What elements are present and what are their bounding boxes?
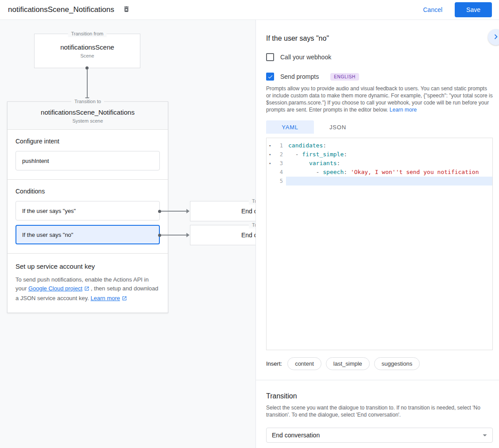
learn-more-link[interactable]: Learn more xyxy=(390,107,417,113)
line-number: 3 xyxy=(280,159,283,168)
transition-selected-value: End conversation xyxy=(272,432,320,439)
topbar-left: notificationsScene_Notifications xyxy=(8,4,132,16)
service-account-text: To send push notifications, enable the A… xyxy=(15,275,160,304)
code-line[interactable]: 4 - speech: 'Okay, I won''t send you not… xyxy=(267,168,492,177)
code-token: - xyxy=(288,169,323,175)
prompts-description: Prompts allow you to provide audio and v… xyxy=(266,85,493,113)
node-subtitle: Scene xyxy=(35,53,140,58)
call-webhook-checkbox[interactable] xyxy=(266,53,274,61)
condition-item[interactable]: If the user says "yes" xyxy=(15,201,160,220)
code-token: candidates xyxy=(288,142,323,149)
scene-diagram-canvas[interactable]: Transition from notificationsScene Scene… xyxy=(0,20,256,448)
connector-origin-dot xyxy=(85,66,89,70)
code-line[interactable]: ▾3 variants: xyxy=(267,159,492,168)
node-title: notificationsScene xyxy=(35,43,140,51)
delete-scene-button[interactable] xyxy=(121,4,132,16)
chevron-right-icon xyxy=(491,32,499,43)
line-gutter: 4 xyxy=(267,168,286,177)
insert-pill-content[interactable]: content xyxy=(287,357,321,370)
code-text xyxy=(286,177,492,185)
check-icon xyxy=(267,74,273,80)
condition-item-selected[interactable]: If the user says "no" xyxy=(15,225,160,244)
insert-pills: contentlast_simplesuggestions xyxy=(287,357,420,370)
trash-icon xyxy=(123,5,130,15)
send-prompts-row: Send prompts ENGLISH xyxy=(266,73,493,81)
line-gutter: ▾3 xyxy=(267,159,286,168)
configure-intent-label: Configure intent xyxy=(15,138,160,145)
google-cloud-project-link[interactable]: Google Cloud project xyxy=(28,285,82,292)
fold-toggle-icon[interactable]: ▾ xyxy=(269,141,271,150)
line-number: 1 xyxy=(280,141,283,150)
code-line[interactable]: ▾1candidates: xyxy=(267,141,492,150)
connector-arrowhead-icon xyxy=(186,209,190,213)
line-number: 2 xyxy=(280,150,283,159)
tab-json[interactable]: JSON xyxy=(314,120,362,134)
code-token: : xyxy=(323,142,326,149)
code-token xyxy=(288,160,309,166)
code-token: speech xyxy=(323,169,344,175)
code-text: - speech: 'Okay, I won''t send you notif… xyxy=(286,168,492,177)
line-gutter: ▾1 xyxy=(267,141,286,150)
connector-line xyxy=(87,70,88,97)
transition-title: Transition xyxy=(266,392,493,400)
external-link-icon xyxy=(122,295,127,304)
service-account-section: Set up service account key To send push … xyxy=(8,253,168,313)
prompts-description-text: Prompts allow you to provide audio and v… xyxy=(266,85,493,113)
node-end-conversation[interactable]: Transition to End conversation xyxy=(190,201,256,221)
node-scene-main: Transition to notificationsScene_Notific… xyxy=(7,101,168,313)
code-token: : xyxy=(337,160,340,166)
node-transition-from[interactable]: Transition from notificationsScene Scene xyxy=(34,34,140,68)
transition-description: Select the scene you want the dialogue t… xyxy=(266,404,493,418)
code-token: first_simple xyxy=(302,151,344,158)
configure-intent-section: Configure intent pushIntent xyxy=(8,130,168,179)
code-line[interactable]: 5 xyxy=(267,177,492,185)
node-border-label: Transition from xyxy=(68,31,107,37)
code-token: : xyxy=(344,151,347,158)
page-title: notificationsScene_Notifications xyxy=(8,5,114,14)
connector-origin-dot xyxy=(158,210,161,213)
node-end-conversation[interactable]: Transition to End conversation xyxy=(190,225,256,245)
send-prompts-label: Send prompts xyxy=(280,73,319,80)
cancel-button[interactable]: Cancel xyxy=(423,6,442,13)
learn-more-link[interactable]: Learn more xyxy=(91,295,120,301)
conditions-section: Conditions If the user says "yes"If the … xyxy=(8,179,168,253)
connector-line xyxy=(161,235,186,236)
code-token: variants xyxy=(309,160,337,166)
node-border-label: Transition to xyxy=(71,98,104,105)
prompt-code-editor[interactable]: ▾1candidates:▾2 - first_simple:▾3 varian… xyxy=(266,138,493,350)
content-split: Transition from notificationsScene Scene… xyxy=(0,20,499,448)
topbar: notificationsScene_Notifications Cancel … xyxy=(0,0,499,20)
transition-select[interactable]: End conversation xyxy=(266,428,493,443)
dropdown-arrow-icon xyxy=(480,430,490,440)
intent-item[interactable]: pushIntent xyxy=(15,151,160,170)
scene-node-title: notificationsScene_Notifications xyxy=(12,108,163,116)
code-line[interactable]: ▾2 - first_simple: xyxy=(267,150,492,159)
insert-label: Insert: xyxy=(266,360,282,367)
line-gutter: 5 xyxy=(267,177,286,185)
node-title: End conversation xyxy=(241,208,256,215)
code-text: variants: xyxy=(286,159,492,168)
send-prompts-checkbox[interactable] xyxy=(266,73,274,81)
node-border-label: Transition to xyxy=(249,222,256,228)
code-token: : xyxy=(344,169,351,175)
line-gutter: ▾2 xyxy=(267,150,286,159)
fold-toggle-icon[interactable]: ▾ xyxy=(269,159,271,168)
panel-inner: If the user says "no" Call your webhook … xyxy=(256,20,499,443)
webhook-row: Call your webhook xyxy=(266,53,493,61)
tab-yaml[interactable]: YAML xyxy=(266,120,314,134)
connector-line xyxy=(161,211,186,212)
language-badge: ENGLISH xyxy=(330,73,359,81)
insert-pill-suggestions[interactable]: suggestions xyxy=(374,357,420,370)
fold-toggle-icon[interactable]: ▾ xyxy=(269,150,271,159)
code-token: - xyxy=(288,151,302,158)
call-webhook-label: Call your webhook xyxy=(280,54,331,61)
conditions-label: Conditions xyxy=(15,188,160,195)
conditions-list: If the user says "yes"If the user says "… xyxy=(15,201,160,244)
scene-node-header: notificationsScene_Notifications System … xyxy=(8,102,168,130)
editor-format-tabs: YAMLJSON xyxy=(266,120,493,134)
save-button[interactable]: Save xyxy=(455,2,492,17)
code-lines: ▾1candidates:▾2 - first_simple:▾3 varian… xyxy=(267,141,492,185)
line-number: 5 xyxy=(280,177,283,185)
condition-editor-panel: If the user says "no" Call your webhook … xyxy=(256,20,499,448)
insert-pill-last_simple[interactable]: last_simple xyxy=(326,357,370,370)
